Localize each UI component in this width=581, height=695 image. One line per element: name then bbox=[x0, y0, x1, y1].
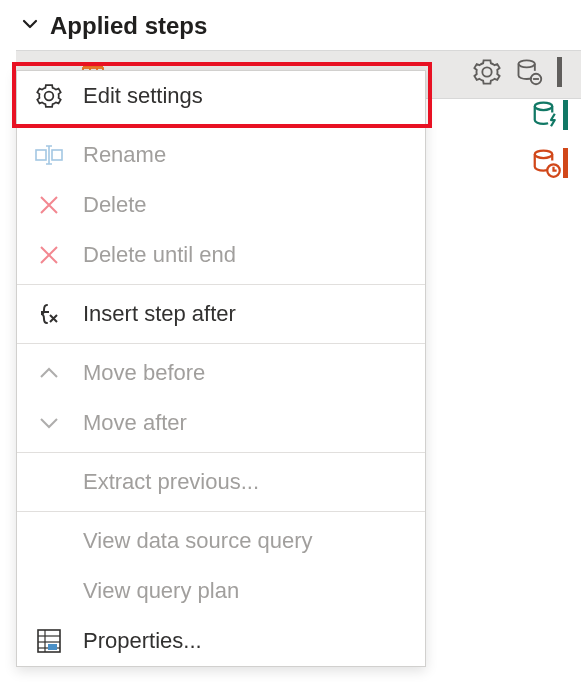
x-icon bbox=[33, 244, 65, 266]
menu-properties[interactable]: Properties... bbox=[17, 616, 425, 666]
database-remove-icon[interactable] bbox=[515, 58, 543, 91]
menu-view-query-plan: View query plan bbox=[17, 566, 425, 616]
svg-rect-21 bbox=[48, 644, 57, 650]
menu-edit-settings[interactable]: Edit settings bbox=[17, 71, 425, 121]
properties-table-icon bbox=[33, 628, 65, 654]
svg-point-4 bbox=[519, 60, 535, 67]
panel-title: Applied steps bbox=[50, 12, 207, 40]
menu-label: Extract previous... bbox=[83, 469, 259, 495]
menu-label: Insert step after bbox=[83, 301, 236, 327]
svg-rect-9 bbox=[563, 100, 568, 130]
chevron-down-icon bbox=[33, 412, 65, 434]
menu-label: Delete until end bbox=[83, 242, 236, 268]
menu-label: Move after bbox=[83, 410, 187, 436]
x-icon bbox=[33, 194, 65, 216]
applied-steps-header[interactable]: Applied steps bbox=[0, 0, 581, 50]
menu-label: Delete bbox=[83, 192, 147, 218]
svg-rect-12 bbox=[563, 148, 568, 178]
svg-point-8 bbox=[535, 103, 553, 111]
svg-rect-14 bbox=[52, 150, 62, 160]
database-clock-icon[interactable] bbox=[531, 148, 569, 178]
divider-bar-icon bbox=[557, 57, 563, 92]
context-menu: Edit settings Rename Delete bbox=[16, 70, 426, 667]
menu-delete: Delete bbox=[17, 180, 425, 230]
svg-rect-13 bbox=[36, 150, 46, 160]
menu-label: View data source query bbox=[83, 528, 313, 554]
menu-divider bbox=[17, 125, 425, 126]
menu-label: Rename bbox=[83, 142, 166, 168]
chevron-down-icon bbox=[20, 14, 40, 39]
menu-label: Properties... bbox=[83, 628, 202, 654]
gear-icon[interactable] bbox=[473, 58, 501, 91]
menu-delete-until-end: Delete until end bbox=[17, 230, 425, 280]
menu-rename: Rename bbox=[17, 130, 425, 180]
menu-label: View query plan bbox=[83, 578, 239, 604]
menu-divider bbox=[17, 343, 425, 344]
fx-icon bbox=[33, 301, 65, 327]
menu-divider bbox=[17, 284, 425, 285]
menu-move-after: Move after bbox=[17, 398, 425, 448]
menu-insert-step-after[interactable]: Insert step after bbox=[17, 289, 425, 339]
svg-rect-0 bbox=[83, 63, 103, 67]
menu-view-data-source-query: View data source query bbox=[17, 516, 425, 566]
gear-icon bbox=[33, 83, 65, 109]
menu-divider bbox=[17, 511, 425, 512]
rename-icon bbox=[33, 144, 65, 166]
menu-extract-previous: Extract previous... bbox=[17, 457, 425, 507]
menu-move-before: Move before bbox=[17, 348, 425, 398]
database-lightning-icon[interactable] bbox=[531, 100, 569, 130]
menu-label: Edit settings bbox=[83, 83, 203, 109]
chevron-up-icon bbox=[33, 362, 65, 384]
menu-label: Move before bbox=[83, 360, 205, 386]
menu-divider bbox=[17, 452, 425, 453]
svg-point-10 bbox=[535, 151, 553, 159]
svg-rect-7 bbox=[557, 57, 562, 87]
